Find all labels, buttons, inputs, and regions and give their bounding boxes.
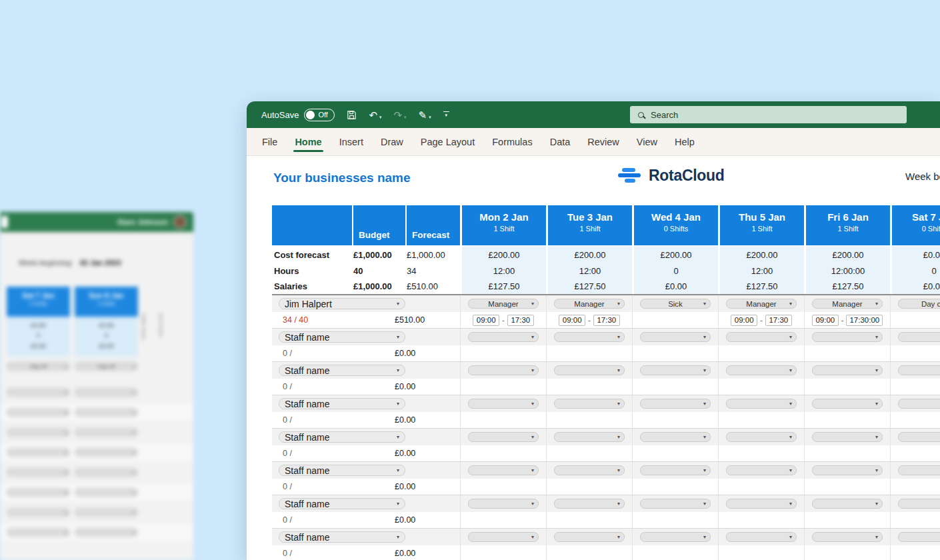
- shift-end-input[interactable]: 17:30:00: [846, 315, 883, 326]
- menu-item-view[interactable]: View: [628, 128, 666, 155]
- role-dropdown[interactable]: ▾: [898, 399, 940, 409]
- shift-time-cell[interactable]: -: [546, 545, 632, 560]
- menu-item-insert[interactable]: Insert: [331, 128, 372, 155]
- shift-time-cell[interactable]: 09:00-17:30: [718, 312, 804, 328]
- shift-time-cell[interactable]: -: [632, 445, 718, 461]
- shift-time-cell[interactable]: -: [546, 379, 632, 395]
- role-dropdown[interactable]: ▾: [898, 432, 940, 442]
- role-dropdown[interactable]: ▾: [468, 332, 539, 342]
- shift-time-cell[interactable]: -: [890, 545, 940, 560]
- shift-time-cell[interactable]: -: [632, 479, 718, 495]
- shift-time-cell[interactable]: -: [460, 445, 546, 461]
- role-dropdown[interactable]: ▾: [812, 532, 883, 542]
- role-dropdown[interactable]: ▾: [812, 432, 883, 442]
- role-dropdown[interactable]: ▾: [468, 465, 539, 475]
- shift-time-cell[interactable]: -: [890, 345, 940, 361]
- shift-time-cell[interactable]: -: [890, 379, 940, 395]
- role-dropdown[interactable]: ▾: [554, 499, 625, 509]
- shift-time-cell[interactable]: -: [546, 445, 632, 461]
- autosave-toggle[interactable]: Off: [304, 109, 335, 121]
- shift-time-cell[interactable]: -: [546, 345, 632, 361]
- staff-name-dropdown[interactable]: Jim Halpert ▾: [279, 298, 405, 309]
- menu-item-page-layout[interactable]: Page Layout: [412, 128, 483, 155]
- search-input[interactable]: Search: [630, 106, 907, 123]
- undo-button[interactable]: ↶▾: [369, 110, 381, 120]
- role-dropdown[interactable]: ▾: [554, 532, 625, 542]
- shift-time-cell[interactable]: -: [890, 512, 940, 528]
- staff-name-dropdown[interactable]: Staff name ▾: [279, 465, 405, 476]
- shift-time-cell[interactable]: -: [546, 512, 632, 528]
- role-dropdown[interactable]: ▾: [468, 432, 539, 442]
- menu-item-data[interactable]: Data: [541, 128, 579, 155]
- role-dropdown[interactable]: Manager▾: [726, 299, 797, 309]
- save-button[interactable]: [347, 110, 357, 120]
- shift-time-cell[interactable]: -: [632, 545, 718, 560]
- role-dropdown[interactable]: Manager▾: [812, 299, 883, 309]
- role-dropdown[interactable]: ▾: [640, 499, 711, 509]
- shift-time-cell[interactable]: -: [460, 379, 546, 395]
- role-dropdown[interactable]: ▾: [554, 399, 625, 409]
- shift-time-cell[interactable]: -: [632, 379, 718, 395]
- shift-time-cell[interactable]: -: [460, 412, 546, 428]
- shift-time-cell[interactable]: -: [460, 512, 546, 528]
- menu-item-home[interactable]: Home: [286, 128, 330, 155]
- shift-time-cell[interactable]: -: [718, 479, 804, 495]
- shift-time-cell[interactable]: -: [804, 512, 890, 528]
- staff-name-dropdown[interactable]: Staff name ▾: [279, 531, 405, 543]
- shift-time-cell[interactable]: -: [632, 345, 718, 361]
- role-dropdown[interactable]: ▾: [468, 399, 539, 409]
- role-dropdown[interactable]: ▾: [726, 365, 797, 375]
- redo-button[interactable]: ↷▾: [393, 110, 406, 120]
- role-dropdown[interactable]: ▾: [554, 432, 625, 442]
- shift-time-cell[interactable]: -: [632, 412, 718, 428]
- role-dropdown[interactable]: ▾: [812, 499, 883, 509]
- shift-time-cell[interactable]: 09:00-17:30:00: [804, 312, 890, 328]
- shift-end-input[interactable]: 17:30: [507, 315, 534, 326]
- role-dropdown[interactable]: ▾: [640, 465, 711, 475]
- menu-item-file[interactable]: File: [253, 128, 286, 155]
- shift-time-cell[interactable]: -: [890, 445, 940, 461]
- role-dropdown[interactable]: ▾: [898, 332, 940, 342]
- shift-time-cell[interactable]: -: [804, 412, 890, 428]
- shift-time-cell[interactable]: -: [890, 312, 940, 328]
- role-dropdown[interactable]: ▾: [898, 499, 940, 509]
- shift-start-input[interactable]: 09:00: [812, 315, 839, 326]
- shift-end-input[interactable]: 17:30: [765, 315, 792, 326]
- role-dropdown[interactable]: ▾: [812, 332, 883, 342]
- role-dropdown[interactable]: Sick▾: [640, 299, 711, 309]
- staff-name-dropdown[interactable]: Staff name ▾: [279, 398, 405, 409]
- shift-time-cell[interactable]: -: [890, 412, 940, 428]
- role-dropdown[interactable]: ▾: [726, 332, 797, 342]
- shift-time-cell[interactable]: -: [890, 479, 940, 495]
- shift-time-cell[interactable]: -: [632, 312, 718, 328]
- shift-time-cell[interactable]: -: [718, 379, 804, 395]
- menu-item-formulas[interactable]: Formulas: [483, 128, 541, 155]
- role-dropdown[interactable]: ▾: [640, 532, 711, 542]
- shift-time-cell[interactable]: -: [718, 445, 804, 461]
- role-dropdown[interactable]: ▾: [468, 499, 539, 509]
- role-dropdown[interactable]: ▾: [812, 465, 883, 475]
- shift-time-cell[interactable]: -: [632, 512, 718, 528]
- shift-time-cell[interactable]: 09:00-17:30: [460, 312, 546, 328]
- shift-time-cell[interactable]: 09:00-17:30: [546, 312, 632, 328]
- pen-tool-button[interactable]: ✎▾: [419, 110, 431, 120]
- shift-start-input[interactable]: 09:00: [559, 315, 585, 326]
- shift-start-input[interactable]: 09:00: [731, 315, 757, 326]
- role-dropdown[interactable]: ▾: [726, 465, 797, 475]
- role-dropdown[interactable]: ▾: [726, 532, 797, 542]
- staff-name-dropdown[interactable]: Staff name ▾: [279, 365, 405, 376]
- menu-item-draw[interactable]: Draw: [372, 128, 412, 155]
- role-dropdown[interactable]: Manager▾: [554, 299, 625, 309]
- customize-toolbar-button[interactable]: ▾: [443, 111, 449, 119]
- role-dropdown[interactable]: Manager▾: [468, 299, 539, 309]
- role-dropdown[interactable]: ▾: [898, 465, 940, 475]
- role-dropdown[interactable]: ▾: [554, 365, 625, 375]
- shift-time-cell[interactable]: -: [804, 445, 890, 461]
- shift-time-cell[interactable]: -: [804, 379, 890, 395]
- role-dropdown[interactable]: ▾: [726, 432, 797, 442]
- shift-time-cell[interactable]: -: [718, 412, 804, 428]
- role-dropdown[interactable]: ▾: [726, 499, 797, 509]
- role-dropdown[interactable]: ▾: [812, 365, 883, 375]
- shift-start-input[interactable]: 09:00: [473, 315, 499, 326]
- staff-name-dropdown[interactable]: Staff name ▾: [279, 498, 405, 509]
